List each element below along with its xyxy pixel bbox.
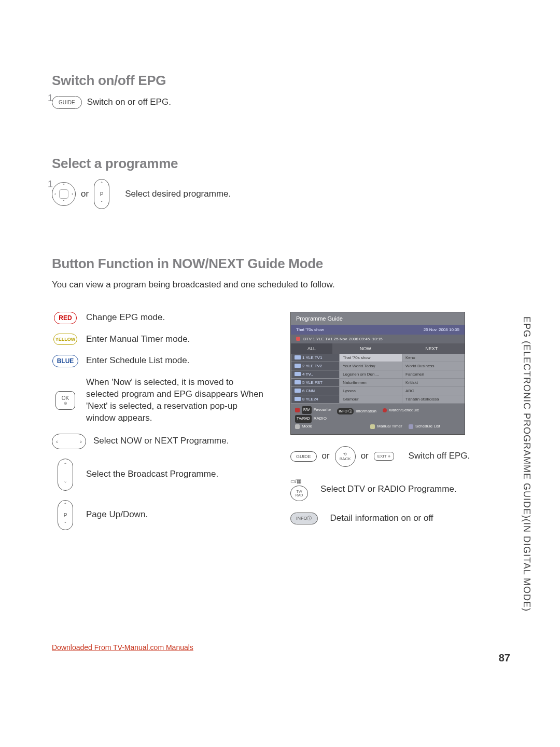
fn-red-desc: Change EPG mode. — [86, 312, 264, 324]
blue-button-icon: BLUE — [52, 355, 79, 367]
step-1-desc: Switch on or off EPG. — [87, 96, 171, 108]
yellow-square-icon — [370, 424, 375, 429]
guide-show: That '70s show — [296, 327, 324, 332]
fn-ok-desc: When 'Now' is selected, it is moved to s… — [86, 377, 264, 424]
step-number-2: 1 — [48, 179, 53, 190]
fn-blue-desc: Enter Schedule List mode. — [86, 355, 264, 367]
heading-switch-epg: Switch on/off EPG — [52, 73, 508, 89]
guide-columns: ALL NOW NEXT — [291, 343, 465, 354]
info-icon: INFO ⓘ — [337, 408, 354, 415]
step-2: 1 ˆ ˇ ‹ › or ˆPˇ Select desired programm… — [52, 179, 508, 209]
tvrad-icon: TV/RAD — [295, 415, 312, 423]
guide-title: Programme Guide — [291, 312, 465, 325]
step-1: 1 GUIDE Switch on or off EPG. — [52, 96, 508, 109]
guide-row: 2 YLE TV2Your World TodayWorld Business — [291, 362, 465, 370]
step-2-desc: Select desired programme. — [125, 188, 231, 200]
guide-legend: FAVFavourite INFO ⓘInformation Watch/Sch… — [291, 404, 465, 434]
tv-radio-icon: ▭/▦ — [290, 478, 308, 484]
page-up-down-icon: ˆPˇ — [94, 179, 109, 209]
tvrad-button: TV/ RAD — [290, 486, 308, 501]
blue-square-icon — [409, 424, 413, 429]
red-button-icon: RED — [54, 312, 76, 324]
fn-lr-desc: Select NOW or NEXT Programme. — [93, 435, 264, 447]
guide-row: 5 YLE FSTNaturtimmenKritiskt — [291, 379, 465, 387]
function-list: RED Change EPG mode. YELLOW Enter Manual… — [52, 312, 264, 540]
right-column: Programme Guide That '70s show 25 Nov. 2… — [280, 312, 508, 524]
fn-p-desc: Page Up/Down. — [86, 509, 264, 521]
back-button: ⟲BACK — [335, 446, 356, 467]
footer-link[interactable]: Downloaded From TV-Manual.com Manuals — [52, 643, 193, 652]
or-sep-1: or — [81, 188, 89, 200]
info-button: INFOⓘ — [290, 513, 318, 524]
switch-off-desc: Switch off EPG. — [409, 450, 470, 462]
up-down-icon: ˆˇ — [58, 459, 73, 491]
right-row-3: INFOⓘ Detail information on or off — [290, 513, 508, 524]
dtv-dot-icon — [296, 337, 300, 341]
left-right-icon: ‹› — [52, 434, 86, 449]
fn-yellow-desc: Enter Manual Timer mode. — [86, 334, 264, 345]
guide-row: 6 CNNLyssnaABC — [291, 387, 465, 395]
guide-date: 25 Nov. 2008 10:05 — [424, 327, 459, 332]
page-number: 87 — [499, 652, 510, 664]
page-updown-icon: ˆPˇ — [58, 500, 73, 530]
guide-row: 1 YLE TV1That '70s showKeno — [291, 354, 465, 362]
tvrad-desc: Select DTV or RADIO Programme. — [320, 483, 457, 495]
side-section-label: EPG (ELECTRONIC PROGRAMME GUIDE)(IN DIGI… — [521, 316, 532, 612]
exit-button: EXIT⎆ — [374, 452, 394, 461]
heading-select-programme: Select a programme — [52, 156, 508, 172]
yellow-button-icon: YELLOW — [53, 334, 78, 345]
heading-button-function: Button Function in NOW/NEXT Guide Mode — [52, 256, 508, 272]
guide-button-2: GUIDE — [290, 451, 317, 462]
guide-row: 8 YLE24GlamourTänään otsikoissa — [291, 395, 465, 404]
info-desc: Detail information on or off — [330, 513, 433, 524]
fav-icon — [295, 408, 300, 412]
fn-ud-desc: Select the Broadcast Programme. — [86, 468, 264, 480]
guide-button: GUIDE — [52, 96, 82, 109]
manual-page: Switch on/off EPG 1 GUIDE Switch on or o… — [0, 0, 560, 747]
right-row-2: ▭/▦ TV/ RAD Select DTV or RADIO Programm… — [290, 478, 508, 501]
programme-guide-screenshot: Programme Guide That '70s show 25 Nov. 2… — [290, 312, 465, 435]
right-row-1: GUIDE or ⟲BACK or EXIT⎆ Switch off EPG. — [290, 446, 508, 467]
record-icon — [383, 408, 387, 412]
guide-sub: DTV 1 YLE TV1 25 Nov. 2008 09:45~10:15 — [303, 337, 383, 341]
ok-button-icon: OK ⊙ — [55, 391, 75, 410]
guide-row: 4 TV..Legenen om Den....Fantomen — [291, 370, 465, 379]
mode-icon — [295, 424, 300, 429]
nav-pad-icon: ˆ ˇ ‹ › — [52, 182, 76, 206]
intro-3: You can view a program being broadcasted… — [52, 279, 508, 291]
